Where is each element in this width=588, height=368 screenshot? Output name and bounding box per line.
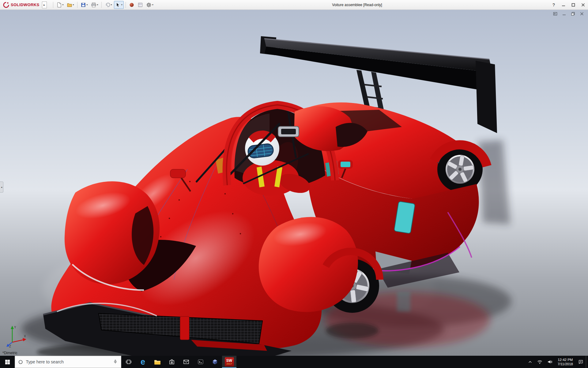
gear-icon [146,2,152,8]
view-orientation-label: *Dimetric [2,351,17,355]
solidworks-taskbar-button[interactable]: SW 2017 [222,356,236,368]
doc-restore-button[interactable] [571,11,575,16]
microphone-icon[interactable] [113,359,118,365]
undo-icon [105,2,110,8]
close-button[interactable] [578,0,588,10]
close-icon [580,12,584,16]
dropdown-caret-icon[interactable]: ▾ [152,3,153,6]
network-button[interactable] [535,356,545,368]
sheet-table-icon [138,2,143,8]
titlebar: SOLIDWORKS ▸ ▾ ▾ ▾ [0,0,588,10]
command-prompt-button[interactable] [193,356,208,368]
select-cursor-icon [115,2,121,8]
minimize-button[interactable] [559,0,568,10]
window-controls: ? [549,0,588,10]
sheet-properties-button[interactable] [136,1,144,9]
appearance-button[interactable] [128,1,136,9]
store-button[interactable] [164,356,179,368]
windows-logo-icon [5,359,10,365]
volume-button[interactable] [545,356,555,368]
standard-toolbar: ▾ ▾ ▾ ▾ [52,1,155,9]
edge-button[interactable]: e [136,356,150,368]
file-explorer-button[interactable] [150,356,164,368]
brand-text: SOLIDWORKS [11,2,40,7]
document-title: Voiture assemblee [Read-only] [332,3,382,7]
dropdown-caret-icon[interactable]: ▾ [87,3,88,6]
print-icon [91,2,96,8]
task-view-icon [126,359,132,365]
doc-close-button[interactable] [579,11,584,16]
cube-icon [212,359,218,365]
new-document-icon [56,2,62,8]
edge-icon: e [141,358,145,366]
maximize-icon [571,3,575,7]
triad-z-label: Z [9,345,11,348]
toolbar-flyout-button[interactable]: ▸ [42,2,47,8]
start-button[interactable] [0,356,15,368]
undo-button[interactable]: ▾ [104,1,113,9]
network-wifi-icon [537,360,542,364]
volume-icon [547,359,552,364]
graphics-viewport[interactable]: ◂ Y X Z *Dimetric [0,10,588,356]
orientation-triad: Y X Z [5,324,28,348]
windows-taskbar: e [0,356,588,368]
solidworks-logo: SOLIDWORKS [0,2,41,8]
viewport-canvas[interactable] [0,10,588,356]
cortana-circle-icon [18,359,23,365]
action-center-icon [578,359,583,365]
maximize-button[interactable] [568,0,578,10]
dropdown-caret-icon[interactable]: ▾ [73,3,74,6]
feature-panel-collapse-tab[interactable]: ◂ [0,182,3,193]
doc-minimize-button[interactable] [562,11,567,16]
file-explorer-icon [154,359,161,365]
dock-window-button[interactable] [553,11,558,16]
triad-x-label: X [24,335,26,338]
dropdown-caret-icon[interactable]: ▾ [121,3,123,6]
close-icon [581,3,585,7]
dropdown-caret-icon[interactable]: ▾ [97,3,98,6]
tow-post [180,316,189,340]
taskbar-search[interactable] [15,356,121,368]
mail-button[interactable] [179,356,193,368]
help-button[interactable]: ? [549,0,559,10]
restore-icon [571,12,575,16]
options-button[interactable]: ▾ [145,1,155,9]
print-button[interactable]: ▾ [90,1,100,9]
new-document-button[interactable]: ▾ [55,1,65,9]
mail-icon [183,359,189,365]
store-icon [169,359,175,365]
tray-overflow-button[interactable] [526,356,535,368]
minimize-icon [562,12,566,16]
toolbar-separator [126,2,126,8]
select-tool-button[interactable]: ▾ [114,1,124,9]
save-floppy-icon [81,2,86,8]
system-tray: 12:42 PM 7/11/2018 [526,356,588,368]
chevron-up-icon [528,360,532,364]
task-view-button[interactable] [121,356,136,368]
search-input[interactable] [26,359,110,364]
toolbar-separator [77,2,77,8]
dropdown-caret-icon[interactable]: ▾ [111,3,112,6]
open-document-button[interactable]: ▾ [66,1,75,9]
toolbar-separator [101,2,102,8]
clock[interactable]: 12:42 PM 7/11/2018 [555,356,576,368]
document-window-controls [553,11,584,16]
open-folder-icon [67,2,72,8]
solidworks-swirl-icon [3,2,9,8]
appearance-sphere-icon [129,2,134,8]
save-button[interactable]: ▾ [79,1,89,9]
dock-icon [553,12,557,16]
cube-app-button[interactable] [208,356,222,368]
triad-y-label: Y [14,326,16,329]
tray-time: 12:42 PM [558,358,573,362]
solidworks-window: SOLIDWORKS ▸ ▾ ▾ ▾ [0,0,588,368]
show-desktop-button[interactable] [586,356,588,368]
tray-date: 7/11/2018 [558,362,573,366]
command-prompt-icon [198,359,204,365]
toolbar-separator [53,2,53,8]
minimize-icon [562,3,565,7]
dropdown-caret-icon[interactable]: ▾ [62,3,64,6]
solidworks-2017-icon: SW 2017 [225,357,234,366]
action-center-button[interactable] [576,356,586,368]
